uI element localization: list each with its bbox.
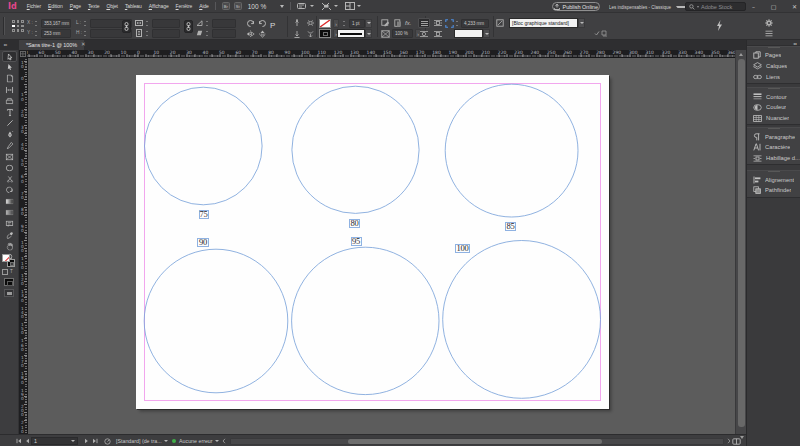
width-stepper[interactable]: [83, 20, 89, 28]
toolbar-collapse-icon[interactable]: ▸▸: [4, 44, 7, 48]
label-95[interactable]: 95: [351, 237, 362, 246]
label-100[interactable]: 100: [455, 244, 470, 253]
proxy-point[interactable]: [17, 25, 20, 28]
error-status-label[interactable]: Aucune erreur: [179, 438, 213, 444]
horizontal-ruler[interactable]: 7060504030201001020304050607080901001101…: [19, 50, 735, 58]
ruler-corner[interactable]: [19, 50, 27, 58]
preflight-chevron-icon[interactable]: [164, 440, 168, 442]
proxy-point[interactable]: [21, 25, 24, 28]
corner-options-icon[interactable]: [445, 19, 454, 28]
tool-rectangle-frame[interactable]: [2, 152, 17, 162]
label-85[interactable]: 85: [505, 222, 516, 231]
x-stepper[interactable]: [34, 20, 40, 28]
label-75[interactable]: 75: [199, 210, 209, 219]
corner-shape-dropdown-button[interactable]: [483, 29, 490, 38]
flip-vertical-icon[interactable]: [258, 30, 267, 38]
document-tab[interactable]: *Sans titre-1 @ 100% ✕: [19, 40, 84, 50]
scroll-right-icon[interactable]: [727, 438, 731, 444]
tool-selection[interactable]: [2, 51, 17, 62]
apply-color-button[interactable]: [4, 278, 14, 286]
opacity-icon[interactable]: [381, 30, 390, 38]
dock-group-gripper[interactable]: [768, 47, 780, 49]
preflight-profile-label[interactable]: [Standard] (de tra...: [116, 438, 162, 444]
tool-scissors[interactable]: [2, 174, 17, 184]
document-tab-close-icon[interactable]: ✕: [81, 42, 86, 48]
effects-object-icon[interactable]: [381, 19, 390, 27]
maximize-button[interactable]: ▢: [771, 4, 777, 10]
tool-gap[interactable]: [2, 85, 17, 95]
wrap-around-button[interactable]: [432, 18, 444, 28]
proxy-point[interactable]: [12, 20, 15, 23]
page-number-field[interactable]: 1: [31, 437, 78, 445]
opacity-field[interactable]: 100 %: [392, 29, 413, 38]
formatting-container-button[interactable]: [2, 269, 8, 275]
label-80[interactable]: 80: [349, 219, 360, 228]
tool-pencil[interactable]: [2, 141, 17, 151]
select-next-icon[interactable]: [306, 30, 315, 38]
dock-item-calques[interactable]: Calques: [747, 60, 800, 71]
reference-point-proxy[interactable]: [12, 20, 24, 33]
formatting-text-button[interactable]: T: [10, 269, 13, 274]
style-override-icon[interactable]: [594, 30, 608, 37]
circle-80[interactable]: [292, 86, 419, 213]
error-status-chevron-icon[interactable]: [215, 440, 219, 442]
screen-mode-toolbar-button[interactable]: [4, 289, 14, 297]
constrain-dimensions-button[interactable]: [122, 20, 131, 33]
scroll-left-icon[interactable]: [222, 438, 226, 444]
tool-gradient-feather[interactable]: [2, 208, 17, 218]
dock-item-alignement[interactable]: Alignement: [747, 174, 800, 185]
select-previous-icon[interactable]: [293, 30, 301, 38]
height-stepper[interactable]: [83, 30, 89, 38]
stroke-weight-stepper[interactable]: [342, 20, 348, 28]
scale-x-field[interactable]: [152, 19, 180, 28]
scale-y-field[interactable]: [152, 29, 180, 38]
previous-page-icon[interactable]: [25, 438, 30, 444]
horizontal-scrollbar-thumb[interactable]: [348, 439, 602, 444]
stroke-type-dropdown[interactable]: [337, 29, 365, 38]
tool-content-collector[interactable]: [2, 96, 17, 106]
fill-swatch-none[interactable]: [319, 19, 331, 28]
vertical-scrollbar[interactable]: [735, 50, 746, 434]
proxy-point[interactable]: [21, 20, 24, 23]
y-stepper[interactable]: [34, 30, 40, 38]
object-style-dropdown[interactable]: [Bloc graphique standard]: [509, 18, 578, 28]
dock-group-gripper-2[interactable]: [768, 88, 780, 90]
search-input[interactable]: Adobe Stock: [685, 2, 746, 11]
dock-item-habillage[interactable]: Habillage d...: [747, 153, 800, 164]
rotation-stepper[interactable]: [205, 20, 211, 28]
x-position-field[interactable]: 353,167 mm: [41, 19, 71, 28]
stroke-type-dropdown-button[interactable]: [365, 29, 372, 38]
scale-x-stepper[interactable]: [145, 20, 151, 28]
dock-item-liens[interactable]: Liens: [747, 71, 800, 82]
object-style-icon[interactable]: [496, 19, 504, 27]
close-button[interactable]: ✕: [792, 4, 797, 10]
tool-line[interactable]: [2, 118, 17, 128]
dock-item-paragraphe[interactable]: Paragraphe: [747, 131, 800, 142]
vertical-scrollbar-thumb[interactable]: [738, 59, 745, 427]
circle-75[interactable]: [145, 87, 263, 205]
tool-free-transform[interactable]: [2, 185, 17, 195]
scroll-down-icon[interactable]: [740, 436, 744, 439]
stroke-weight-field[interactable]: 1 pt: [349, 19, 365, 28]
first-page-icon[interactable]: [16, 438, 22, 444]
dock-item-caractere[interactable]: Caractère: [747, 142, 800, 153]
object-style-dropdown-button[interactable]: [578, 18, 585, 28]
circle-95[interactable]: [292, 247, 439, 394]
tool-page[interactable]: [2, 73, 17, 83]
proxy-point[interactable]: [17, 29, 20, 32]
proxy-point[interactable]: [21, 29, 24, 32]
corner-radius-field[interactable]: 4,233 mm: [461, 19, 489, 28]
wrap-none-button[interactable]: [418, 18, 430, 28]
fit-spread-icon[interactable]: [732, 438, 741, 445]
dock-item-pages[interactable]: Pages: [747, 50, 800, 61]
y-position-field[interactable]: 253 mm: [41, 29, 71, 38]
page-number-chevron-icon[interactable]: [71, 440, 75, 442]
horizontal-scrollbar[interactable]: [230, 438, 724, 445]
tool-type[interactable]: [2, 107, 17, 117]
dock-item-pathfinder[interactable]: Pathfinder: [747, 185, 800, 196]
tool-hand[interactable]: [2, 241, 17, 251]
select-content-icon[interactable]: [306, 19, 315, 27]
last-page-icon[interactable]: [92, 438, 98, 444]
dock-group-gripper-3[interactable]: [768, 128, 780, 130]
fill-color-control[interactable]: [2, 254, 10, 262]
